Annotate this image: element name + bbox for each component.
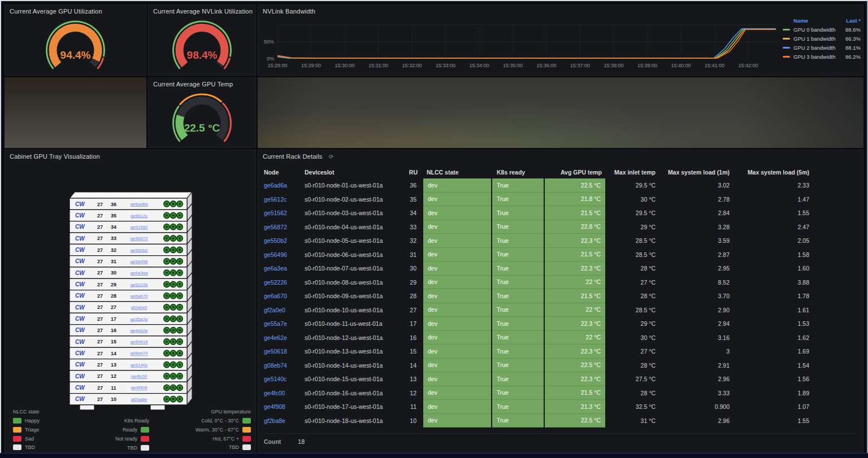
panel-title-gpu-utilization[interactable]: Current Average GPU Utilization — [10, 8, 102, 15]
k8s-ready-cell: True — [492, 276, 544, 290]
legend-item: Not ready — [84, 434, 149, 443]
legend-k8s-header: K8s Ready — [84, 417, 149, 426]
node-link[interactable]: gf2a0e0 — [264, 307, 305, 313]
node-link[interactable]: ge4fc00 — [264, 390, 305, 396]
ru-cell: 10 — [394, 417, 422, 424]
column-header[interactable]: Max system load (1m) — [660, 169, 734, 176]
x-axis-tick: 15:34:00 — [469, 63, 489, 68]
tray-node-link[interactable]: ge56496 — [130, 259, 148, 264]
coreweave-logo: CW — [75, 350, 85, 356]
tray-node-link[interactable]: ge4e62e — [130, 328, 148, 333]
column-header[interactable]: K8s ready — [492, 169, 545, 176]
panel-title-nvlink-bandwidth[interactable]: NVLink Bandwidth — [263, 8, 315, 15]
series-name: GPU 0 bandwidth — [793, 27, 842, 33]
tray-node-link[interactable]: gf2a0e0 — [131, 305, 147, 310]
avg-gpu-temp-cell: 21.5 °C — [545, 206, 605, 220]
node-link[interactable]: ge6a3ea — [264, 265, 305, 272]
tray-ru-number: 32 — [111, 247, 116, 253]
tray-node-link[interactable]: ge55a7e — [130, 317, 148, 322]
ru-cell: 15 — [394, 348, 422, 355]
legend-series-row[interactable]: GPU 0 bandwidth88.6% — [783, 25, 861, 34]
panel-title-nvlink-utilization[interactable]: Current Average NVLink Utilization — [153, 8, 253, 15]
tray-node-link[interactable]: ge5612c — [131, 213, 148, 219]
node-link[interactable]: ge56496 — [264, 251, 305, 258]
max-load-5m-cell: 1.47 — [734, 196, 814, 203]
column-header[interactable]: RU — [394, 169, 422, 176]
tray-led-indicator — [172, 364, 175, 366]
panel-title-gpu-temp[interactable]: Current Average GPU Temp — [153, 81, 233, 88]
node-link[interactable]: ge56872 — [264, 224, 305, 230]
legend-name-header[interactable]: Name — [793, 18, 808, 24]
tray-node-link[interactable]: ge6a3ea — [130, 271, 148, 276]
panel-nvlink-bandwidth: NVLink Bandwidth 0%50%15:28:0015:29:0015… — [258, 5, 863, 76]
rack-foot — [80, 405, 94, 410]
legend-item-label: TBD — [229, 444, 239, 450]
tray-led-indicator — [172, 260, 175, 263]
node-link[interactable]: ge55a7e — [264, 320, 305, 327]
deviceslot-cell: s0-r010-node-11-us-west-01a — [305, 320, 394, 327]
max-load-1m-cell: 2.95 — [660, 265, 734, 272]
column-header[interactable]: Avg GPU temp — [545, 169, 606, 176]
series-last-value: 88.1% — [845, 45, 861, 51]
node-link[interactable]: gf2ba8e — [264, 417, 305, 424]
tray-node-link[interactable]: ge52226 — [130, 282, 148, 287]
series-color-swatch — [783, 38, 790, 40]
tray-node-link[interactable]: ge4f908 — [131, 385, 147, 390]
tray-node-link[interactable]: gf2ba8e — [131, 397, 147, 402]
tray-node-link[interactable]: ge6a670 — [130, 294, 148, 299]
tray-node-link[interactable]: ge550b2 — [130, 248, 148, 253]
node-link[interactable]: g08eb74 — [264, 362, 305, 369]
node-link[interactable]: ge4f908 — [264, 403, 305, 410]
cabinet-number: 27 — [97, 316, 103, 322]
table-row: ge56872s0-r010-node-04-us-west-01a33devT… — [262, 220, 860, 234]
tray-ru-number: 14 — [111, 351, 116, 356]
tray-node-link[interactable]: ge56872 — [130, 236, 148, 241]
node-link[interactable]: ge6ad6a — [264, 182, 305, 189]
max-load-1m-cell: 3.59 — [660, 237, 734, 244]
tray-led-indicator — [172, 398, 175, 400]
tray-node-link[interactable]: ge6ad6a — [130, 202, 148, 207]
k8s-ready-cell: True — [492, 248, 544, 262]
k8s-ready-cell: True — [492, 359, 544, 373]
tray-led-indicator — [179, 237, 181, 239]
gauge-value: 22.5 °C — [184, 122, 220, 134]
tray-node-link[interactable]: ge50618 — [130, 339, 148, 344]
column-header[interactable]: Deviceslot — [305, 169, 394, 176]
panel-title-rack-details[interactable]: Current Rack Details ⟳ — [263, 153, 333, 160]
column-header[interactable]: Max system load (5m) — [734, 169, 814, 176]
tray-led-indicator — [172, 237, 175, 239]
tray-node-link[interactable]: g08eb74 — [130, 351, 148, 356]
column-header[interactable]: Node — [264, 169, 305, 176]
node-link[interactable]: ge5612c — [264, 196, 305, 203]
tray-node-link[interactable]: ge5140c — [131, 363, 148, 368]
max-load-1m-cell: 2.78 — [660, 196, 734, 203]
tray-node-link[interactable]: ge4fc00 — [131, 374, 147, 379]
column-header[interactable]: NLCC state — [422, 169, 492, 176]
node-link[interactable]: ge50618 — [264, 348, 305, 355]
legend-color-swatch — [242, 418, 251, 424]
max-inlet-temp-cell: 29 °C — [606, 320, 660, 327]
refresh-icon[interactable]: ⟳ — [329, 154, 334, 160]
cabinet-number: 27 — [97, 247, 103, 253]
ru-cell: 30 — [394, 265, 422, 272]
max-load-1m-cell: 2.87 — [660, 251, 734, 258]
legend-series-row[interactable]: GPU 1 bandwidth86.3% — [783, 34, 861, 43]
node-link[interactable]: ge6a670 — [264, 293, 305, 299]
max-load-5m-cell: 1.55 — [734, 417, 814, 424]
legend-last-header[interactable]: Last * — [846, 18, 861, 24]
deviceslot-cell: s0-r010-node-12-us-west-01a — [305, 334, 394, 341]
node-link[interactable]: ge5140c — [264, 376, 305, 382]
coreweave-logo: CW — [75, 201, 85, 207]
ru-cell: 11 — [394, 403, 422, 410]
node-link[interactable]: ge52226 — [264, 279, 305, 286]
legend-series-row[interactable]: GPU 3 bandwidth86.2% — [783, 52, 861, 61]
legend-series-row[interactable]: GPU 2 bandwidth88.1% — [783, 43, 861, 52]
panel-title-cabinet-tray[interactable]: Cabinet GPU Tray Visualization — [10, 153, 100, 160]
x-axis-tick: 15:39:00 — [637, 63, 657, 68]
tray-node-link[interactable]: ge51562 — [130, 225, 148, 230]
node-link[interactable]: ge51562 — [264, 210, 305, 216]
column-header[interactable]: Max inlet temp — [606, 169, 660, 176]
node-link[interactable]: ge4e62e — [264, 334, 305, 341]
legend-item: Happy — [13, 417, 40, 426]
node-link[interactable]: ge550b2 — [264, 237, 305, 244]
